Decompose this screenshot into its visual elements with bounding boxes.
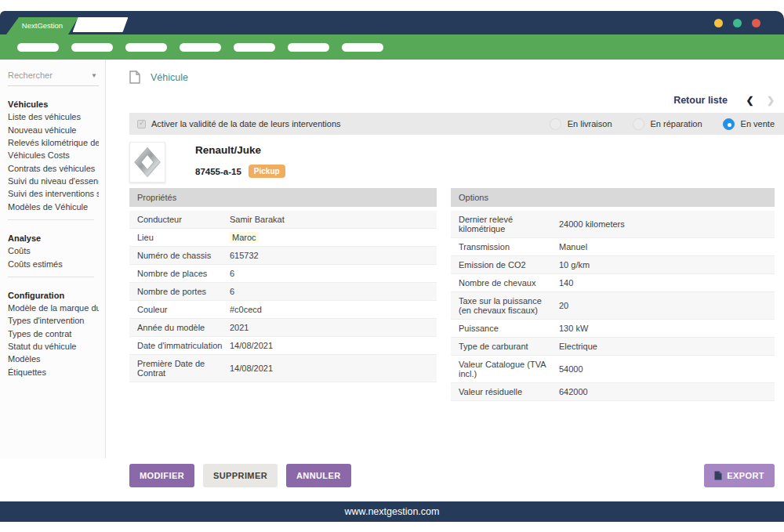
row-label: Première Date de Contrat [137, 359, 230, 378]
close-icon[interactable] [752, 19, 760, 27]
desktop-margin [0, 0, 784, 11]
menu-pill[interactable] [125, 43, 167, 52]
row-label: Lieu [137, 233, 230, 242]
vehicle-info: Renault/Juke 87455-a-15 Pickup [195, 142, 285, 183]
table-row: Numéro de chassis615732 [129, 247, 437, 265]
table-row: Puissance130 kW [451, 320, 775, 338]
sidebar-divider [8, 219, 94, 220]
vehicle-plate: 87455-a-15 [195, 167, 241, 176]
sidebar-item[interactable]: Modèles [8, 353, 99, 365]
sidebar-item[interactable]: Contrats des véhicules [8, 162, 99, 175]
vehicle-name: Renault/Juke [195, 144, 285, 156]
row-value: 140 [559, 278, 767, 288]
brand-tab[interactable]: NextGestion [6, 17, 78, 34]
table-row: Type de carburantElectrique [451, 338, 775, 356]
options-table-header: Options [451, 188, 775, 207]
row-label: Nombre de chevaux [459, 278, 559, 288]
sidebar-item[interactable]: Relevés kilométrique des ... [8, 136, 99, 149]
row-value: 130 kW [559, 324, 767, 333]
status-radio-option[interactable]: En livraison [550, 118, 612, 130]
row-value: 6 [230, 269, 429, 278]
menu-pill[interactable] [288, 43, 329, 52]
table-row: Nombre de places6 [129, 265, 437, 283]
sidebar-item[interactable]: Suivi du niveau d'essence [8, 175, 99, 187]
sidebar-item[interactable]: Types d'intervention [8, 314, 99, 327]
radio-unchecked-icon[interactable] [633, 118, 644, 130]
row-label: Valeur résiduelle [459, 387, 559, 396]
sidebar-item[interactable]: Nouveau véhicule [8, 123, 99, 136]
main-menubar [0, 34, 784, 60]
table-row: Nombre de chevaux140 [451, 274, 775, 292]
table-row: Valeur résiduelle642000 [451, 383, 775, 401]
export-file-icon [714, 471, 722, 480]
row-value: 24000 kilometers [559, 219, 767, 229]
document-icon [129, 71, 140, 84]
radio-label: En livraison [568, 119, 612, 128]
cancel-button[interactable]: ANNULER [286, 464, 351, 487]
row-value: #c0cecd [230, 305, 429, 314]
next-icon[interactable]: ❯ [767, 95, 775, 106]
return-list-link[interactable]: Retour liste [673, 95, 728, 106]
row-label: Couleur [137, 305, 230, 314]
table-row: LieuMaroc [129, 229, 437, 247]
sidebar-item[interactable]: Types de contrat [8, 328, 99, 340]
window-titlebar: NextGestion [0, 11, 784, 34]
search-placeholder: Rechercher [8, 71, 53, 80]
delete-button[interactable]: SUPPRIMER [203, 464, 278, 487]
sidebar-item[interactable]: Coûts [8, 244, 99, 257]
sidebar-item[interactable]: Modèle de la marque du v... [8, 302, 99, 314]
table-row: ConducteurSamir Barakat [129, 211, 437, 229]
row-value: 642000 [559, 387, 767, 396]
search-input[interactable]: Rechercher ▼ [8, 69, 99, 86]
chevron-down-icon: ▼ [91, 72, 97, 79]
table-row: Première Date de Contrat14/08/2021 [129, 355, 437, 382]
window-controls [714, 19, 760, 27]
row-value: Electrique [559, 342, 767, 351]
table-row: TransmissionManuel [451, 238, 775, 256]
status-radio-option[interactable]: En réparation [633, 118, 702, 130]
sidebar-item[interactable]: Coûts estimés [8, 257, 99, 270]
table-row: Date d'immatriculation14/08/2021 [129, 337, 437, 355]
table-row: Année du modèle2021 [129, 319, 437, 337]
interventions-validity-checkbox[interactable] [137, 120, 146, 128]
radio-checked-icon[interactable] [723, 118, 735, 130]
menu-pill[interactable] [234, 43, 275, 52]
menu-pill[interactable] [17, 43, 59, 52]
maximize-icon[interactable] [733, 19, 742, 27]
minimize-icon[interactable] [714, 19, 723, 27]
row-value: 54000 [559, 364, 767, 374]
table-row: Taxe sur la puissance (en chevaux fiscau… [451, 292, 775, 320]
status-radio-group: En livraisonEn réparationEn vente [550, 118, 776, 130]
sidebar-item[interactable]: Statut du véhicule [8, 340, 99, 353]
action-bar: MODIFIER SUPPRIMER ANNULER EXPORT [129, 464, 775, 487]
vehicle-subline: 87455-a-15 Pickup [195, 165, 285, 178]
sidebar-item[interactable]: Liste des véhicules [8, 110, 99, 123]
radio-unchecked-icon[interactable] [550, 118, 561, 130]
row-value: 615732 [230, 251, 429, 260]
row-label: Conducteur [137, 215, 230, 224]
menu-pill[interactable] [71, 43, 113, 52]
row-value: 14/08/2021 [230, 341, 429, 350]
prev-icon[interactable]: ❮ [746, 95, 753, 106]
row-label: Nombre de places [137, 269, 230, 278]
menu-pill[interactable] [180, 43, 221, 52]
row-label: Numéro de chassis [137, 251, 230, 260]
export-button[interactable]: EXPORT [704, 464, 775, 487]
menu-pill[interactable] [342, 43, 383, 52]
row-value: Maroc [230, 233, 429, 242]
sidebar-item[interactable]: Véhicules Costs [8, 149, 99, 161]
row-label: Dernier relevé kilométrique [459, 215, 559, 233]
sidebar-divider [8, 277, 94, 277]
row-value: 6 [230, 287, 429, 296]
sidebar-item[interactable]: Suivi des interventions su... [8, 187, 99, 200]
row-label: Puissance [459, 324, 559, 333]
modify-button[interactable]: MODIFIER [129, 464, 194, 487]
checkbox-label: Activer la validité de la date de leurs … [151, 119, 341, 128]
status-radio-option[interactable]: En vente [723, 118, 775, 130]
return-row: Retour liste ❮ ❯ [129, 95, 775, 106]
sidebar-item[interactable]: Étiquettes [8, 366, 99, 378]
row-value: 2021 [230, 323, 429, 332]
content-area: Rechercher ▼ VéhiculesListe des véhicule… [0, 60, 784, 478]
sidebar-item[interactable]: Modèles de Véhicule [8, 201, 99, 213]
detail-tables: Propriétés ConducteurSamir BarakatLieuMa… [129, 188, 775, 401]
